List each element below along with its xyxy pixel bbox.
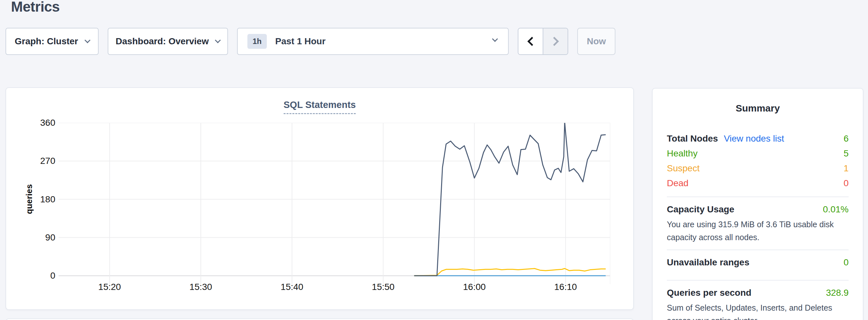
qps-row: Queries per second 328.9 xyxy=(667,286,848,300)
total-nodes-label: Total Nodes xyxy=(667,131,718,146)
healthy-value: 5 xyxy=(843,146,848,161)
time-range-badge: 1h xyxy=(247,34,267,49)
toolbar: Graph: Cluster Dashboard: Overview 1h Pa… xyxy=(5,28,615,55)
healthy-label: Healthy xyxy=(667,146,698,161)
x-tick-label: 15:30 xyxy=(175,282,227,292)
chevron-down-icon xyxy=(492,36,498,42)
capacity-usage-value: 0.01% xyxy=(823,202,848,217)
x-tick-label: 15:20 xyxy=(84,282,135,292)
dead-nodes-row: Dead 0 xyxy=(667,176,848,191)
unavailable-ranges-label: Unavailable ranges xyxy=(667,255,749,269)
chevron-left-icon xyxy=(527,37,536,46)
chevron-right-icon xyxy=(550,37,559,46)
next-range-button[interactable] xyxy=(542,28,567,54)
unavailable-ranges-value: 0 xyxy=(843,255,848,269)
nodes-block: Total Nodes View nodes list 6 Healthy 5 … xyxy=(667,131,848,191)
chevron-down-icon xyxy=(215,37,221,43)
time-pager xyxy=(518,28,568,55)
x-axis: 15:2015:3015:4015:5016:0016:10 xyxy=(59,282,610,295)
graph-dropdown-label: Graph: Cluster xyxy=(14,36,78,46)
series-line-yellow xyxy=(414,268,606,276)
x-tick-label: 16:00 xyxy=(448,282,500,292)
qps-label: Queries per second xyxy=(667,286,751,300)
divider xyxy=(667,280,848,281)
qps-description: Sum of Selects, Updates, Inserts, and De… xyxy=(667,301,848,320)
qps-value: 328.9 xyxy=(826,286,848,300)
page-title: Metrics xyxy=(11,0,60,16)
divider xyxy=(667,250,848,250)
time-range-label: Past 1 Hour xyxy=(275,36,326,46)
capacity-usage-description: You are using 315.9 MiB of 3.6 TiB usabl… xyxy=(667,218,848,244)
y-tick-label: 360 xyxy=(40,117,55,128)
capacity-usage-label: Capacity Usage xyxy=(667,202,735,217)
summary-title: Summary xyxy=(667,103,848,114)
y-tick-label: 90 xyxy=(45,232,55,243)
dashboard-dropdown-label: Dashboard: Overview xyxy=(116,36,209,46)
sql-statements-chart xyxy=(59,123,610,286)
x-tick-label: 16:10 xyxy=(540,282,591,292)
unavailable-ranges-row: Unavailable ranges 0 xyxy=(667,255,848,269)
y-tick-label: 270 xyxy=(40,156,55,166)
y-tick-label: 180 xyxy=(40,194,55,205)
total-nodes-row: Total Nodes View nodes list 6 xyxy=(667,131,848,146)
suspect-nodes-row: Suspect 1 xyxy=(667,161,848,176)
x-tick-label: 15:50 xyxy=(358,282,409,292)
divider xyxy=(667,196,848,197)
x-tick-label: 15:40 xyxy=(266,282,318,292)
dashboard-dropdown[interactable]: Dashboard: Overview xyxy=(108,28,228,55)
time-range-picker[interactable]: 1h Past 1 Hour xyxy=(237,28,509,55)
metrics-page: Metrics Graph: Cluster Dashboard: Overvi… xyxy=(0,0,868,320)
suspect-label: Suspect xyxy=(667,161,700,176)
y-axis: 090180270360 xyxy=(22,123,55,276)
next-chart-card xyxy=(5,318,634,320)
dead-value: 0 xyxy=(843,176,848,191)
healthy-nodes-row: Healthy 5 xyxy=(667,146,848,161)
y-tick-label: 0 xyxy=(50,270,55,281)
dead-label: Dead xyxy=(667,176,688,191)
sql-statements-card: SQL Statements queries 090180270360 15:2… xyxy=(5,87,634,310)
now-button[interactable]: Now xyxy=(577,28,615,55)
prev-range-button[interactable] xyxy=(518,28,542,54)
chevron-down-icon xyxy=(84,37,90,43)
graph-dropdown[interactable]: Graph: Cluster xyxy=(5,28,99,55)
chart-title-row: SQL Statements xyxy=(6,100,633,114)
suspect-value: 1 xyxy=(843,161,848,176)
plot-area xyxy=(59,123,610,286)
summary-panel: Summary Total Nodes View nodes list 6 He… xyxy=(652,88,864,320)
capacity-usage-row: Capacity Usage 0.01% xyxy=(667,202,848,217)
chart-title[interactable]: SQL Statements xyxy=(284,100,356,114)
total-nodes-value: 6 xyxy=(843,131,848,146)
view-nodes-link[interactable]: View nodes list xyxy=(724,131,784,146)
